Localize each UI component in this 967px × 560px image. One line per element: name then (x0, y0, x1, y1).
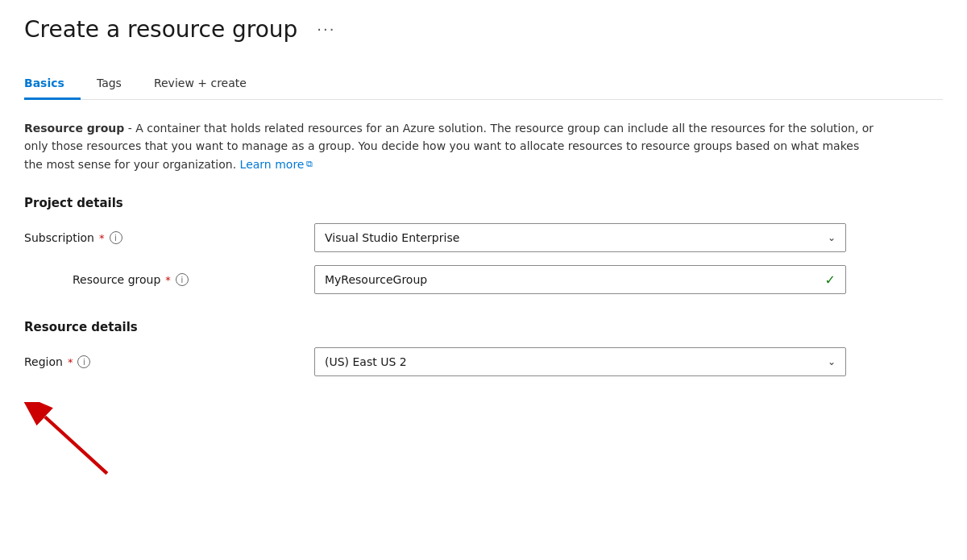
region-chevron-icon: ⌄ (828, 356, 836, 367)
region-dropdown[interactable]: (US) East US 2 ⌄ (314, 347, 846, 376)
description-text: - A container that holds related resourc… (24, 122, 874, 171)
red-arrow-annotation (24, 402, 121, 483)
subscription-chevron-icon: ⌄ (828, 232, 836, 243)
resource-details-section: Resource details Region * i (US) East US… (24, 320, 943, 376)
subscription-value: Visual Studio Enterprise (325, 231, 459, 244)
subscription-info-icon[interactable]: i (110, 231, 122, 244)
resource-details-title: Resource details (24, 320, 943, 334)
more-options-button[interactable]: ··· (310, 18, 342, 41)
page-header: Create a resource group ··· (24, 16, 943, 43)
tab-review-create[interactable]: Review + create (154, 68, 263, 100)
region-info-icon[interactable]: i (77, 355, 90, 368)
description-block: Resource group - A container that holds … (24, 119, 878, 173)
region-required: * (68, 356, 73, 368)
resource-group-check-icon: ✓ (825, 272, 836, 288)
region-label: Region (24, 355, 63, 368)
project-details-rows: Subscription * i Visual Studio Enterpris… (24, 223, 943, 294)
resource-group-value: MyResourceGroup (325, 273, 427, 286)
annotation-arrow-container (24, 402, 943, 483)
learn-more-link[interactable]: Learn more ⧉ (240, 156, 313, 173)
subscription-row: Subscription * i Visual Studio Enterpris… (24, 223, 943, 252)
project-details-title: Project details (24, 196, 943, 210)
resource-group-label-group: Resource group * i (73, 273, 314, 286)
region-value: (US) East US 2 (325, 355, 407, 368)
resource-group-dropdown[interactable]: MyResourceGroup ✓ (314, 265, 846, 294)
resource-group-label: Resource group (73, 273, 160, 286)
resource-group-required: * (165, 274, 171, 286)
resource-group-dropdown-wrapper: MyResourceGroup ✓ (314, 265, 846, 294)
subscription-required: * (99, 232, 105, 244)
tab-tags[interactable]: Tags (97, 68, 138, 100)
page-title: Create a resource group (24, 16, 297, 43)
external-link-icon: ⧉ (306, 157, 313, 172)
region-dropdown-wrapper: (US) East US 2 ⌄ (314, 347, 846, 376)
resource-group-row: Resource group * i MyResourceGroup ✓ (24, 265, 943, 294)
tab-bar: Basics Tags Review + create (24, 68, 943, 100)
project-details-section: Project details Subscription * i Visual … (24, 196, 943, 294)
subscription-label: Subscription (24, 231, 94, 244)
subscription-label-group: Subscription * i (24, 231, 314, 244)
tab-basics[interactable]: Basics (24, 68, 81, 100)
subscription-dropdown[interactable]: Visual Studio Enterprise ⌄ (314, 223, 846, 252)
description-bold: Resource group (24, 122, 124, 135)
region-row: Region * i (US) East US 2 ⌄ (24, 347, 943, 376)
svg-line-1 (45, 417, 107, 473)
subscription-dropdown-wrapper: Visual Studio Enterprise ⌄ (314, 223, 846, 252)
resource-group-info-icon[interactable]: i (176, 273, 189, 286)
region-label-group: Region * i (24, 355, 314, 368)
